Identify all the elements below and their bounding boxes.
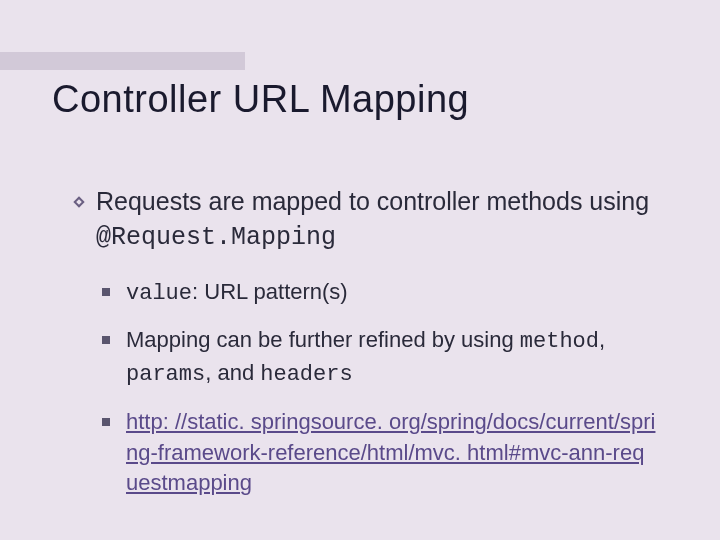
sub2-code2: params	[126, 362, 205, 387]
sub2-code3: headers	[260, 362, 352, 387]
sub-item-1: value: URL pattern(s)	[126, 277, 656, 310]
square-icon	[102, 336, 110, 344]
sub2-sep2: , and	[205, 360, 260, 385]
sub-list: value: URL pattern(s) Mapping can be fur…	[126, 277, 656, 500]
sub1-code: value	[126, 281, 192, 306]
square-icon	[102, 418, 110, 426]
title-shadow-decor	[0, 52, 245, 70]
sub2-code1: method	[520, 329, 599, 354]
bullet-text-pre: Requests are mapped to controller method…	[96, 187, 649, 215]
content-area: Requests are mapped to controller method…	[96, 185, 656, 515]
doc-link[interactable]: http: //static. springsource. org/spring…	[126, 409, 655, 496]
sub2-sep1: ,	[599, 327, 605, 352]
diamond-icon	[72, 195, 86, 213]
bullet-main: Requests are mapped to controller method…	[96, 185, 656, 255]
slide-title: Controller URL Mapping	[52, 78, 469, 121]
bullet-code: @Request.Mapping	[96, 223, 336, 252]
sub1-text: : URL pattern(s)	[192, 279, 348, 304]
square-icon	[102, 288, 110, 296]
sub-item-2: Mapping can be further refined by using …	[126, 325, 656, 391]
sub2-pre: Mapping can be further refined by using	[126, 327, 520, 352]
bullet-main-text: Requests are mapped to controller method…	[96, 187, 649, 249]
sub-item-3: http: //static. springsource. org/spring…	[126, 407, 656, 499]
slide: Controller URL Mapping Requests are mapp…	[0, 0, 720, 540]
